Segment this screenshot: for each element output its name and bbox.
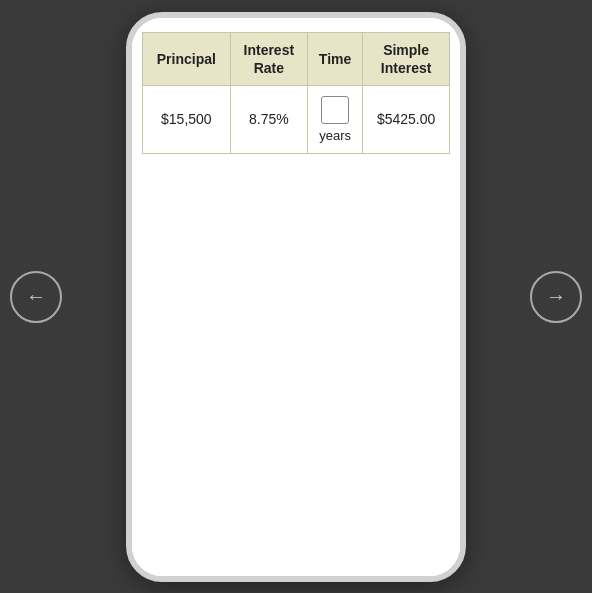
prev-button[interactable]: ← <box>10 271 62 323</box>
left-arrow-icon: ← <box>26 285 46 308</box>
next-button[interactable]: → <box>530 271 582 323</box>
phone-content: Principal InterestRate Time SimpleIntere… <box>132 18 460 576</box>
years-label: years <box>319 128 351 143</box>
header-time: Time <box>307 32 362 85</box>
header-interest-rate: InterestRate <box>230 32 307 85</box>
header-principal: Principal <box>143 32 231 85</box>
cell-time: years <box>307 85 362 153</box>
table-row: $15,500 8.75% years $5425.00 <box>143 85 450 153</box>
header-simple-interest: SimpleInterest <box>363 32 450 85</box>
cell-principal: $15,500 <box>143 85 231 153</box>
cell-interest-rate: 8.75% <box>230 85 307 153</box>
interest-table: Principal InterestRate Time SimpleIntere… <box>142 32 450 154</box>
cell-simple-interest: $5425.00 <box>363 85 450 153</box>
right-arrow-icon: → <box>546 285 566 308</box>
time-input-box[interactable] <box>321 96 349 124</box>
phone-frame: Principal InterestRate Time SimpleIntere… <box>126 12 466 582</box>
